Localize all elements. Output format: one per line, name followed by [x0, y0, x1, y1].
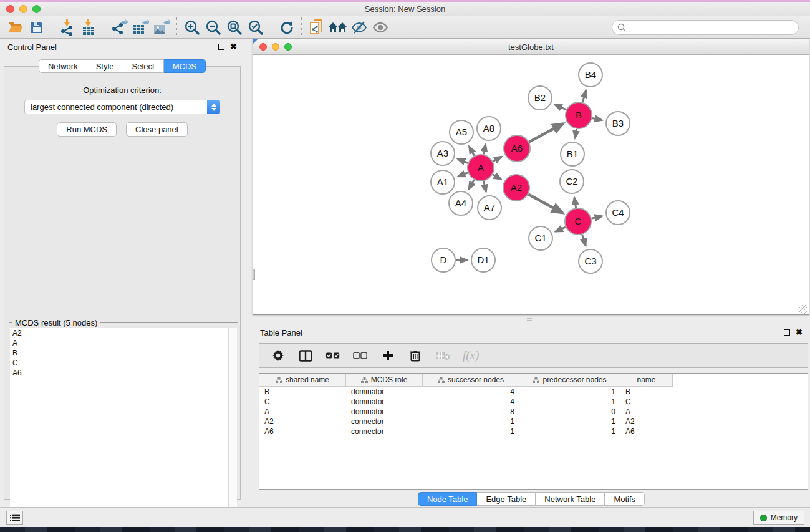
search-input[interactable]	[629, 23, 798, 32]
close-table-panel-icon[interactable]: ✖	[796, 329, 803, 336]
home-icon[interactable]	[327, 18, 349, 37]
graph-node-B3[interactable]: B3	[606, 112, 630, 135]
cell-predecessor[interactable]: 1	[519, 427, 620, 437]
graph-node-C2[interactable]: C2	[560, 170, 584, 193]
graph-edge-C-C2[interactable]	[574, 198, 576, 208]
table-row[interactable]: A6 connector 1 1 A6	[259, 427, 808, 437]
cell-mcds-role[interactable]: dominator	[346, 397, 423, 407]
cell-successor[interactable]: 1	[423, 417, 519, 427]
network-canvas[interactable]: B4B2BB3A5A8A6A3AB1A1A2C2A4A7C4CC1C3DD1	[253, 55, 809, 314]
graph-node-A3[interactable]: A3	[431, 142, 455, 165]
graph-node-A5[interactable]: A5	[450, 120, 473, 144]
cell-mcds-role[interactable]: connector	[346, 417, 423, 427]
result-item[interactable]: A	[10, 338, 228, 348]
graph-edge-B-B1[interactable]	[575, 129, 576, 138]
cell-shared-name[interactable]: A	[259, 407, 346, 417]
table-row[interactable]: A dominator 8 0 A	[259, 407, 808, 417]
graph-edge-A-A4[interactable]	[469, 180, 475, 189]
graph-edge-A2-C[interactable]	[528, 195, 562, 213]
graph-edge-C-C3[interactable]	[582, 235, 586, 246]
close-panel-button[interactable]: Close panel	[126, 122, 188, 137]
delete-table-icon[interactable]	[435, 348, 450, 363]
tab-motifs[interactable]: Motifs	[605, 492, 645, 506]
refresh-layout-icon[interactable]	[276, 18, 297, 37]
graph-node-B4[interactable]: B4	[579, 63, 602, 87]
cell-name[interactable]: C	[620, 397, 673, 407]
cell-shared-name[interactable]: A6	[259, 427, 346, 437]
select-all-icon[interactable]	[325, 348, 340, 363]
graph-edge-A-A1[interactable]	[458, 173, 468, 177]
import-network-icon[interactable]	[57, 18, 78, 37]
settings-gear-icon[interactable]	[271, 348, 286, 363]
graph-node-B1[interactable]: B1	[561, 142, 584, 166]
tab-mcds[interactable]: MCDS	[164, 59, 206, 73]
cell-mcds-role[interactable]: dominator	[346, 387, 423, 397]
cell-shared-name[interactable]: A2	[259, 417, 346, 427]
table-row[interactable]: A2 connector 1 1 A2	[259, 417, 808, 427]
float-panel-icon[interactable]	[218, 44, 224, 50]
zoom-selected-icon[interactable]	[245, 18, 266, 37]
cell-shared-name[interactable]: B	[259, 387, 346, 397]
cell-predecessor[interactable]: 1	[519, 417, 620, 427]
cell-shared-name[interactable]: C	[259, 397, 346, 407]
clone-network-icon[interactable]	[306, 18, 327, 37]
column-header-successor-nodes[interactable]: successor nodes	[423, 374, 519, 387]
cell-predecessor[interactable]: 1	[519, 387, 620, 397]
cell-name[interactable]: A	[620, 407, 673, 417]
column-header-name[interactable]: name	[620, 374, 673, 387]
zoom-fit-icon[interactable]	[224, 18, 245, 37]
column-header-mcds-role[interactable]: MCDS role	[346, 374, 423, 387]
graph-node-A8[interactable]: A8	[477, 117, 501, 140]
graph-node-C[interactable]: C	[565, 208, 591, 235]
cell-successor[interactable]: 4	[423, 387, 519, 397]
cell-mcds-role[interactable]: dominator	[346, 407, 423, 417]
cell-successor[interactable]: 4	[423, 397, 519, 407]
graph-node-A1[interactable]: A1	[431, 170, 455, 194]
run-mcds-button[interactable]: Run MCDS	[57, 122, 117, 137]
deselect-all-icon[interactable]	[353, 348, 368, 363]
delete-column-icon[interactable]	[408, 348, 423, 363]
add-column-icon[interactable]	[380, 348, 395, 363]
graph-edge-A-A2[interactable]	[493, 175, 501, 180]
export-network-icon[interactable]	[108, 18, 130, 37]
result-item[interactable]: B	[10, 348, 228, 358]
vertical-splitter-handle[interactable]	[253, 269, 255, 280]
close-panel-icon[interactable]: ✖	[230, 44, 237, 50]
result-item[interactable]: C	[10, 358, 228, 368]
task-history-button[interactable]	[6, 511, 23, 525]
tab-node-table[interactable]: Node Table	[418, 492, 478, 506]
function-builder-icon[interactable]: f(x)	[463, 349, 479, 362]
graph-edge-C-C1[interactable]	[556, 227, 566, 231]
column-header-shared-name[interactable]: shared name	[259, 374, 346, 387]
cell-name[interactable]: A2	[620, 417, 673, 427]
export-table-icon[interactable]	[130, 18, 151, 37]
graph-edge-A-A8[interactable]	[483, 144, 485, 154]
hide-selected-eye-icon[interactable]	[349, 18, 370, 37]
import-table-icon[interactable]	[78, 18, 99, 37]
graph-node-A6[interactable]: A6	[504, 135, 530, 162]
graph-node-C4[interactable]: C4	[606, 201, 630, 225]
show-columns-icon[interactable]	[298, 348, 313, 363]
graph-edge-B-B4[interactable]	[582, 90, 586, 102]
horizontal-splitter[interactable]	[253, 315, 809, 324]
graph-node-B2[interactable]: B2	[528, 86, 552, 110]
cell-predecessor[interactable]: 1	[519, 397, 620, 407]
tab-network-table[interactable]: Network Table	[536, 492, 605, 506]
cell-successor[interactable]: 1	[423, 427, 519, 437]
graph-node-A7[interactable]: A7	[478, 196, 501, 220]
show-eye-icon[interactable]	[370, 18, 391, 37]
graph-node-D1[interactable]: D1	[471, 248, 495, 272]
graph-edge-A-A7[interactable]	[484, 181, 486, 191]
zoom-out-icon[interactable]	[203, 18, 224, 37]
tab-network[interactable]: Network	[39, 59, 87, 73]
float-table-panel-icon[interactable]	[784, 329, 790, 336]
cell-successor[interactable]: 8	[423, 407, 519, 417]
tab-edge-table[interactable]: Edge Table	[477, 492, 536, 506]
column-header-predecessor-nodes[interactable]: predecessor nodes	[519, 374, 620, 387]
save-session-icon[interactable]	[26, 18, 47, 37]
cell-mcds-role[interactable]: connector	[346, 427, 423, 437]
tab-style[interactable]: Style	[87, 59, 123, 73]
cell-predecessor[interactable]: 0	[519, 407, 620, 417]
result-item[interactable]: A6	[10, 368, 228, 378]
window-resize-grip[interactable]	[799, 305, 808, 314]
